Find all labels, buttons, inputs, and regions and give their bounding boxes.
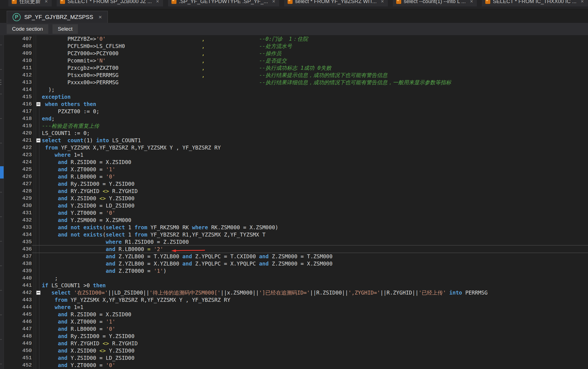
fold-column (32, 282, 42, 289)
line-number: 423 (4, 151, 32, 158)
close-icon[interactable]: × (156, 0, 159, 4)
code-line[interactable]: 418end; (4, 115, 588, 122)
code-text: Pxxxx00=>PERRMSG --执行结果详细信息，成功的情况下也可能有警告… (42, 79, 588, 86)
code-line[interactable]: 435 where R1.ZSID00 = Z.ZSID00 (4, 238, 588, 245)
code-line[interactable]: 445 and R.ZSID00 = X.ZSID00 (4, 311, 588, 318)
fold-column (32, 35, 42, 42)
line-number: 431 (4, 209, 32, 216)
fold-column (32, 158, 42, 166)
fold-column (32, 354, 42, 361)
code-text: ; (42, 274, 588, 282)
fold-column (32, 173, 42, 180)
close-icon[interactable]: × (381, 0, 384, 4)
code-text: and X.ZT0000 = '1' (42, 318, 588, 325)
close-icon[interactable]: × (272, 0, 275, 4)
code-line[interactable]: 413 Pxxxx00=>PERRMSG --执行结果详细信息，成功的情况下也可… (4, 79, 588, 86)
code-line[interactable]: 436 and R.LB0000 = '2' (4, 245, 588, 253)
code-line[interactable]: 410 Pcommit=>'N' , --是否提交 (4, 57, 588, 64)
top-tab-strip: 住院更新×SELECT * FROM SP_JZB000 JZ ...×.SP_… (0, 0, 588, 9)
code-line[interactable]: 437 and Z.YZLB00 = T.YZLB00 and Z.YPQLPC… (4, 253, 588, 260)
code-line[interactable]: 412 Ptsxx00=>PERRMSG , --执行结果提示信息，成功的情况下… (4, 71, 588, 79)
code-text: PMZZYBZ=>'0' , --0:门诊 1：住院 (42, 35, 588, 42)
code-line[interactable]: 414 ); (4, 86, 588, 93)
code-line[interactable]: 408 PCFLSH0=>LS_CFLSH0 , --处方流水号 (4, 42, 588, 50)
code-line[interactable]: 443 from YF_YZZSMX X,YF_YBZSRZ R,YF_YZZS… (4, 296, 588, 303)
code-editor[interactable]: 407 PMZZYBZ=>'0' , --0:门诊 1：住院408 PCFLSH… (0, 35, 588, 369)
fold-collapse-icon[interactable] (36, 138, 40, 143)
fold-collapse-icon[interactable] (36, 102, 40, 106)
code-line[interactable]: 450 and X.ZSID00 <> Y.ZSID00 (4, 347, 588, 354)
select-button[interactable]: Select (52, 24, 78, 34)
code-line[interactable]: 428 and RY.ZYGHID <> R.ZYGHID (4, 187, 588, 195)
code-line[interactable]: 434 and not exists(select 1 from YF_YBZS… (4, 231, 588, 238)
code-line[interactable]: 444 where 1=1 (4, 303, 588, 311)
code-line[interactable]: 441if LS_COUNT1 >0 then (4, 282, 588, 289)
code-line[interactable]: 422 from YF_YZZSMX X,YF_YBZSRZ R,YF_YZZS… (4, 144, 588, 151)
line-number: 446 (4, 318, 32, 325)
code-line[interactable]: 409 PCZY000=>PCZY000 , --操作员 (4, 50, 588, 57)
code-line[interactable]: 432 and Y.ZSM000 = X.ZSM000 (4, 216, 588, 224)
code-line[interactable]: 438 and Z.YZLB00 = X.YZLB00 and Z.YPQLPC… (4, 260, 588, 267)
fold-column (32, 108, 42, 115)
document-tab[interactable]: P SP_YF_GJYBRZ_MZSPSS × (7, 11, 108, 23)
code-line[interactable]: 423 where 1=1 (4, 151, 588, 158)
code-line[interactable]: 420LS_COUNT1 := 0; (4, 129, 588, 137)
code-line[interactable]: 449 and RY.ZYGHID <> R.ZYGHID (4, 340, 588, 347)
fold-column (32, 318, 42, 325)
code-line[interactable]: 431 and Y.ZT0000 = '0' (4, 209, 588, 216)
code-line[interactable]: 415exception (4, 93, 588, 100)
fold-column (32, 340, 42, 347)
code-line[interactable]: 447 and R.LB0000 = '0' (4, 325, 588, 332)
fold-column (32, 50, 42, 57)
code-line[interactable]: 417 PZXZT00 := 0; (4, 108, 588, 115)
code-text: and Y.ZSM000 = X.ZSM000 (42, 216, 588, 224)
code-line[interactable]: 416 when others then (4, 100, 588, 108)
code-line[interactable]: 407 PMZZYBZ=>'0' , --0:门诊 1：住院 (4, 35, 588, 42)
line-number: 438 (4, 260, 32, 267)
code-line[interactable]: 442 select '在ZSID00='||LD_ZSID00||'待上传的追… (4, 289, 588, 296)
code-line[interactable]: 419---检验是否有重复上传 (4, 122, 588, 129)
close-icon[interactable]: × (470, 0, 473, 4)
code-line[interactable]: 433 and not exists(select 1 from YF_RKZS… (4, 224, 588, 231)
code-line[interactable]: 411 Pzxcgbz=>PZXZT00 , --执行成功标志 1成功 0失败 (4, 64, 588, 71)
line-number: 442 (4, 289, 32, 296)
fold-column (32, 79, 42, 86)
code-line[interactable]: 452 and Y.ZT0000 = '0' (4, 361, 588, 369)
line-number: 432 (4, 216, 32, 224)
top-tab[interactable]: SELECT * FROM IC_THXX00 IC ...× (482, 0, 588, 6)
code-line[interactable]: 446 and X.ZT0000 = '1' (4, 318, 588, 325)
code-line[interactable]: 424 and R.ZSID00 = X.ZSID00 (4, 158, 588, 166)
fold-column (32, 224, 42, 231)
fold-collapse-icon[interactable] (36, 291, 40, 295)
top-tab[interactable]: 住院更新× (8, 0, 52, 6)
fold-column (32, 332, 42, 340)
top-tab[interactable]: .SP_YF_GETYPDWTYPE .SP_YF_...× (168, 0, 279, 6)
code-line[interactable]: 427 and Ry.ZSID00 = Y.ZSID00 (4, 180, 588, 187)
sql-file-icon (171, 0, 176, 4)
code-text: and R.ZSID00 = X.ZSID00 (42, 311, 588, 318)
code-line[interactable]: 426 and R.LB0000 = '0' (4, 173, 588, 180)
top-tab[interactable]: select * FROM YF_YBZSRZ WIT...× (284, 0, 388, 6)
code-line[interactable]: 439 and Z.ZT0000 = '1') (4, 267, 588, 274)
code-line[interactable]: 430 and Y.ZSID00 = LD_ZSID00 (4, 202, 588, 209)
line-number: 443 (4, 296, 32, 303)
code-line[interactable]: 451 and Y.ZSID00 = LD_ZSID00 (4, 354, 588, 361)
top-tab[interactable]: SELECT * FROM SP_JZB000 JZ ...× (57, 0, 163, 6)
procedure-icon: P (13, 13, 21, 21)
line-number: 424 (4, 158, 32, 166)
code-line[interactable]: 448 and Ry.ZSID00 = Y.ZSID00 (4, 332, 588, 340)
close-icon[interactable]: × (99, 14, 102, 20)
sql-file-icon (485, 0, 490, 4)
code-line[interactable]: 421select count(1) into LS_COUNT1 (4, 137, 588, 144)
code-line[interactable]: 429 and X.ZSID00 <> Y.ZSID00 (4, 195, 588, 202)
code-line[interactable]: 440 ; (4, 274, 588, 282)
code-section-button[interactable]: Code section (7, 24, 48, 34)
close-icon[interactable]: × (581, 0, 584, 4)
close-icon[interactable]: × (45, 0, 48, 4)
top-tab[interactable]: select --count(1) --into L ...× (393, 0, 477, 6)
fold-column (32, 64, 42, 71)
code-line[interactable]: 425 and X.ZT0000 = '1' (4, 166, 588, 173)
line-number: 440 (4, 274, 32, 282)
editor-toolbar: Code section Select (0, 23, 588, 35)
line-number: 436 (4, 245, 32, 253)
